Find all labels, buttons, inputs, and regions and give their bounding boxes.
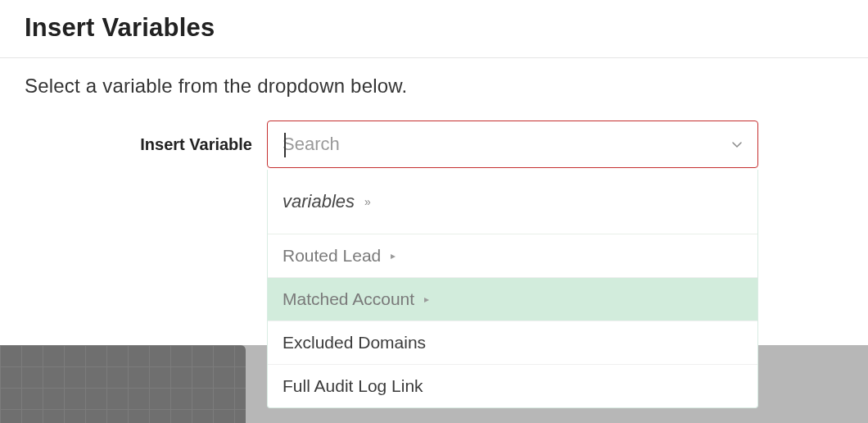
option-label: Full Audit Log Link (283, 376, 423, 396)
option-label: Matched Account (283, 289, 414, 309)
option-item[interactable]: Full Audit Log Link (268, 365, 757, 407)
option-label: Excluded Domains (283, 333, 426, 352)
modal-title: Insert Variables (0, 0, 868, 57)
field-label: Insert Variable (25, 121, 267, 154)
option-item[interactable]: Routed Lead▸ (268, 234, 757, 278)
form-row: Insert Variable variables » Routed Lead▸… (0, 121, 868, 168)
modal-subtitle: Select a variable from the dropdown belo… (0, 58, 868, 121)
breadcrumb-label: variables (283, 191, 355, 212)
chevron-right-icon: ▸ (391, 250, 396, 262)
breadcrumb[interactable]: variables » (268, 170, 757, 234)
background-grid-panel (0, 345, 246, 423)
option-list: Routed Lead▸Matched Account▸Excluded Dom… (268, 234, 757, 407)
variable-dropdown[interactable] (267, 121, 758, 168)
field-column: variables » Routed Lead▸Matched Account▸… (267, 121, 758, 168)
chevron-right-double-icon: » (364, 195, 369, 208)
text-cursor (284, 133, 286, 157)
search-input[interactable] (283, 121, 720, 167)
chevron-down-icon[interactable] (730, 137, 744, 152)
option-item[interactable]: Excluded Domains (268, 321, 757, 365)
chevron-right-icon: ▸ (424, 293, 429, 305)
option-item[interactable]: Matched Account▸ (268, 278, 757, 321)
dropdown-panel: variables » Routed Lead▸Matched Account▸… (267, 170, 758, 408)
option-label: Routed Lead (283, 246, 381, 266)
insert-variables-modal: Insert Variables Select a variable from … (0, 0, 868, 168)
